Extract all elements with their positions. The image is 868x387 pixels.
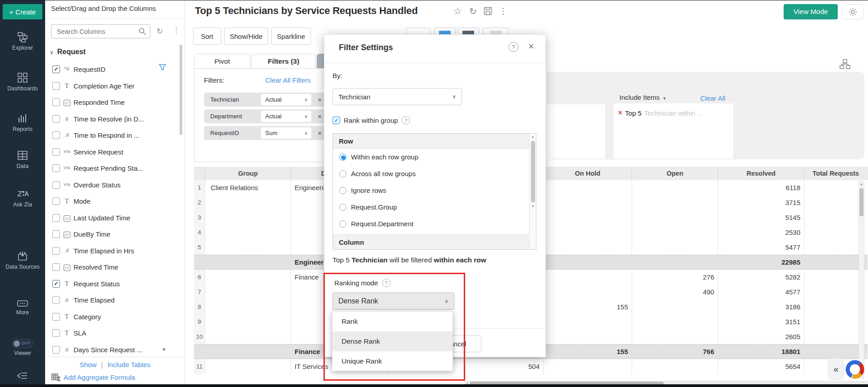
column-item[interactable]: 17 Responded Time [52, 95, 178, 109]
option-within-each-row-group[interactable]: Within each row group [333, 149, 522, 165]
column-item[interactable]: # Time to Resolve (in D... [52, 112, 178, 126]
by-select[interactable]: Technician ∨ [332, 88, 462, 105]
column-item[interactable]: T Category [52, 310, 178, 323]
scroll-down-arrow[interactable]: ▾ [530, 203, 536, 210]
scroll-up-arrow[interactable]: ▴ [859, 182, 864, 187]
checkbox[interactable] [52, 313, 60, 321]
column-item[interactable]: .# Time to Respond in ... [52, 128, 178, 142]
option-ignore-rows[interactable]: Ignore rows [333, 182, 522, 199]
remove-filter-icon[interactable]: × [318, 129, 322, 137]
hierarchy-view-icon[interactable] [839, 58, 851, 72]
checkbox[interactable] [52, 131, 60, 139]
tab-filters[interactable]: Filters (3) [251, 54, 316, 69]
option-request-department[interactable]: Request.Department [333, 215, 522, 232]
sidebar-item-data[interactable]: Data [0, 149, 45, 170]
help-icon[interactable]: ? [508, 42, 518, 52]
column-item[interactable]: 17 Resolved Time [52, 260, 178, 274]
remove-condition-icon[interactable]: × [618, 109, 622, 117]
refresh-report-icon[interactable]: ↻ [469, 6, 477, 17]
help-icon[interactable]: ? [382, 279, 391, 287]
tab-pivot[interactable]: Pivot [194, 54, 250, 69]
sidebar-item-explorer[interactable]: Explorer [0, 31, 45, 51]
dropdown-option-dense-rank[interactable]: Dense Rank [332, 331, 452, 351]
viewer-toggle[interactable]: OFF [12, 339, 33, 348]
column-item[interactable]: 17 Last Updated Time [52, 211, 178, 224]
table-group-request[interactable]: ∨Request [50, 48, 86, 56]
checkbox[interactable] [52, 329, 60, 337]
checkbox[interactable] [52, 148, 60, 156]
scroll-thumb[interactable] [859, 188, 863, 216]
scroll-down-caret-icon[interactable]: ▾ [162, 346, 166, 353]
remove-filter-icon[interactable]: × [318, 112, 322, 120]
filter-chip-technician[interactable]: Technician Actual∨ × [204, 93, 326, 107]
checkbox[interactable] [52, 346, 60, 354]
radio[interactable] [339, 204, 346, 211]
more-options-icon[interactable]: ⋮ [499, 6, 508, 16]
remove-filter-icon[interactable]: × [318, 96, 322, 103]
sidebar-item-ask-zia[interactable]: Ask Zia [0, 188, 45, 208]
dropdown-option-unique-rank[interactable]: Unique Rank [332, 351, 452, 371]
column-item[interactable]: Y/N Request Pending Sta... [52, 161, 178, 175]
sort-button[interactable]: Sort [193, 28, 221, 45]
checkbox[interactable] [52, 247, 60, 255]
table-vertical-scrollbar[interactable]: ▴ [859, 181, 864, 379]
column-item[interactable]: Y/N Service Request [52, 145, 178, 159]
scroll-thumb[interactable] [531, 141, 535, 202]
radio[interactable] [339, 187, 346, 194]
show-hide-button[interactable]: Show/Hide [224, 28, 268, 45]
ranking-mode-select[interactable]: Dense Rank ∨ [332, 293, 454, 310]
sidebar-item-reports[interactable]: Reports [0, 112, 45, 133]
checkbox[interactable] [52, 296, 60, 304]
sidebar-item-more[interactable]: More [0, 299, 45, 316]
scroll-up-arrow[interactable]: ▴ [530, 134, 536, 140]
show-link[interactable]: Show [79, 361, 97, 368]
aggregate-select[interactable]: Actual∨ [261, 94, 311, 105]
collapse-sidebar-button[interactable] [0, 371, 45, 383]
dropdown-option-rank[interactable]: Rank [332, 312, 452, 331]
collapse-panel-button[interactable]: « [828, 358, 844, 380]
search-input[interactable] [56, 25, 137, 37]
checkbox[interactable] [52, 197, 60, 205]
column-item[interactable]: T Completion Age Tier [52, 79, 178, 93]
checkbox[interactable] [52, 82, 60, 90]
panel-menu-icon[interactable]: ⋮ [172, 26, 180, 35]
help-icon[interactable]: ? [402, 116, 410, 125]
settings-button[interactable] [842, 4, 863, 19]
checkbox[interactable] [52, 98, 60, 106]
option-across-all-row-groups[interactable]: Across all row groups [333, 165, 522, 182]
checkbox-checked[interactable]: ✓ [52, 65, 60, 73]
checkbox[interactable] [52, 263, 60, 271]
filter-chip-requestid[interactable]: RequestID Sum∨ × [204, 126, 326, 140]
favorite-star-icon[interactable]: ☆ [453, 6, 462, 17]
checkbox[interactable] [52, 181, 60, 189]
create-button[interactable]: + Create [3, 4, 42, 19]
filter-chip-department[interactable]: Department Actual∨ × [204, 109, 326, 123]
add-aggregate-formula[interactable]: Add Aggregate Formula [51, 373, 135, 381]
sidebar-item-dashboards[interactable]: Dashboards [0, 72, 45, 92]
aggregate-select[interactable]: Sum∨ [261, 127, 311, 139]
clear-all-link[interactable]: Clear All [700, 94, 725, 102]
sparkline-button[interactable]: Sparkline [271, 28, 311, 45]
column-item[interactable]: # Time Elapsed [52, 293, 178, 307]
columns-scrollbar[interactable] [180, 45, 182, 135]
checkbox[interactable] [52, 115, 60, 123]
radio[interactable] [339, 220, 346, 228]
filter-funnel-icon[interactable] [159, 64, 166, 73]
radio-selected[interactable] [339, 154, 346, 161]
sidebar-item-data-sources[interactable]: Data Sources [0, 250, 45, 270]
column-item[interactable]: # Days Since Request ... [52, 343, 178, 356]
include-items-dropdown[interactable]: Include Items▾ [619, 93, 665, 101]
listbox-scrollbar[interactable]: ▴ ▾ [529, 134, 536, 249]
close-icon[interactable]: × [528, 41, 534, 52]
save-icon[interactable] [484, 7, 492, 17]
column-item[interactable]: .# Time Elapsed in Hrs [52, 244, 178, 257]
include-tables-link[interactable]: Include Tables [107, 361, 151, 368]
checkbox[interactable] [52, 164, 60, 172]
checkbox[interactable] [52, 214, 60, 222]
clear-all-filters-link[interactable]: Clear All Filters [265, 76, 311, 84]
top5-condition-item[interactable]: × Top 5 Technician within ... [618, 109, 703, 117]
aggregate-select[interactable]: Actual∨ [261, 111, 311, 122]
column-item[interactable]: 17 DueBy Time [52, 227, 178, 241]
checkbox-checked[interactable]: ✓ [52, 280, 60, 288]
view-mode-button[interactable]: View Mode [784, 4, 838, 19]
